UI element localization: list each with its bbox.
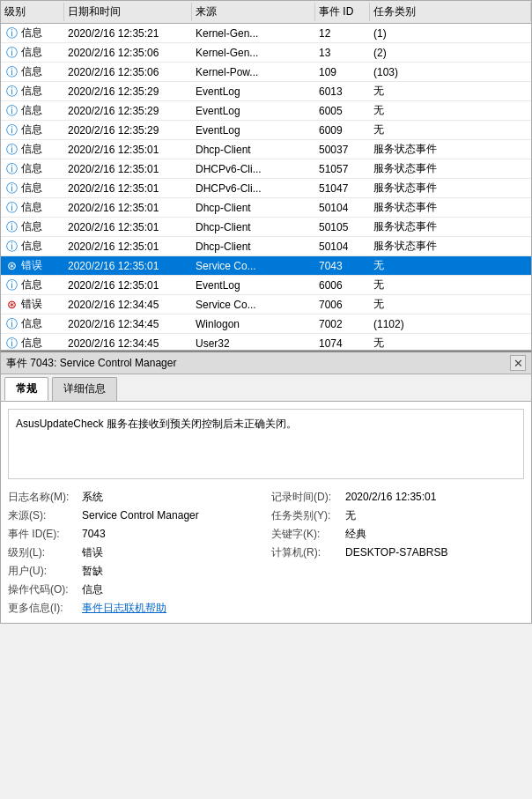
field-user: 用户(U): 暂缺: [8, 564, 261, 579]
task-cell: 服务状态事件: [370, 238, 531, 255]
table-row[interactable]: ⓘ 信息 2020/2/16 12:35:01 Dhcp-Client 5010…: [1, 218, 531, 237]
datetime-cell: 2020/2/16 12:35:01: [64, 143, 192, 157]
message-text: AsusUpdateCheck 服务在接收到预关闭控制后未正确关闭。: [16, 418, 297, 430]
field-level: 级别(L): 错误: [8, 545, 261, 560]
more-info-link[interactable]: 事件日志联机帮助: [82, 601, 166, 616]
source-cell: Kernel-Gen...: [192, 46, 315, 60]
table-row[interactable]: ⊛ 错误 2020/2/16 12:34:45 Service Co... 70…: [1, 295, 531, 314]
task-cell: 服务状态事件: [370, 160, 531, 177]
task-cell: 无: [370, 277, 531, 293]
keywords-value: 经典: [345, 527, 366, 542]
event-table: 级别 日期和时间 来源 事件 ID 任务类别 ⓘ 信息 2020/2/16 12…: [0, 0, 532, 351]
info-icon: ⓘ: [4, 84, 18, 100]
error-icon: ⊛: [4, 259, 18, 272]
eventid-cell: 6009: [315, 123, 370, 137]
header-task: 任务类别: [370, 3, 531, 21]
table-row[interactable]: ⓘ 信息 2020/2/16 12:35:29 EventLog 6013 无: [1, 82, 531, 101]
header-eventid: 事件 ID: [315, 3, 370, 21]
level-text: 信息: [21, 219, 42, 234]
level-text: 错误: [21, 258, 42, 273]
table-row[interactable]: ⓘ 信息 2020/2/16 12:35:01 EventLog 6006 无: [1, 276, 531, 295]
task-cell: (2): [370, 46, 531, 60]
user-value: 暂缺: [82, 564, 103, 579]
level-text: 信息: [21, 84, 42, 99]
table-row[interactable]: ⓘ 信息 2020/2/16 12:35:01 DHCPv6-Cli... 51…: [1, 179, 531, 198]
task-cell: 服务状态事件: [370, 218, 531, 235]
header-datetime: 日期和时间: [64, 3, 192, 21]
detail-titlebar: 事件 7043: Service Control Manager ✕: [1, 352, 531, 374]
level-text: 信息: [21, 45, 42, 60]
table-row[interactable]: ⊛ 错误 2020/2/16 12:35:01 Service Co... 70…: [1, 256, 531, 276]
eventid-cell: 13: [315, 46, 370, 60]
eventid-cell: 109: [315, 65, 370, 79]
eventid-cell: 7043: [315, 259, 370, 273]
field-more-info: 更多信息(I): 事件日志联机帮助: [8, 601, 261, 616]
task-cell: 无: [370, 102, 531, 119]
eventid-cell: 6006: [315, 278, 370, 292]
table-row[interactable]: ⓘ 信息 2020/2/16 12:35:01 Dhcp-Client 5010…: [1, 198, 531, 218]
tab-details[interactable]: 详细信息: [52, 377, 117, 401]
eventid-cell: 6005: [315, 104, 370, 118]
task-cell: 服务状态事件: [370, 180, 531, 196]
log-name-label: 日志名称(M):: [8, 490, 78, 505]
close-button[interactable]: ✕: [510, 355, 526, 371]
level-text: 信息: [21, 64, 42, 79]
table-row[interactable]: ⓘ 信息 2020/2/16 12:35:21 Kernel-Gen... 12…: [1, 24, 531, 43]
more-info-label: 更多信息(I):: [8, 601, 78, 616]
level-label: 级别(L):: [8, 545, 78, 560]
source-cell: DHCPv6-Cli...: [192, 181, 315, 196]
table-row[interactable]: ⓘ 信息 2020/2/16 12:35:01 DHCPv6-Cli... 51…: [1, 159, 531, 179]
task-cell: (1102): [370, 317, 531, 331]
source-cell: Dhcp-Client: [192, 143, 315, 157]
task-cell: 无: [370, 83, 531, 100]
table-row[interactable]: ⓘ 信息 2020/2/16 12:35:01 Dhcp-Client 5003…: [1, 140, 531, 159]
eventid-cell: 12: [315, 26, 370, 41]
table-body[interactable]: ⓘ 信息 2020/2/16 12:35:21 Kernel-Gen... 12…: [1, 24, 531, 350]
table-row[interactable]: ⓘ 信息 2020/2/16 12:34:45 User32 1074 无: [1, 334, 531, 350]
header-level: 级别: [1, 3, 64, 21]
level-text: 信息: [21, 122, 42, 137]
datetime-cell: 2020/2/16 12:34:45: [64, 298, 192, 312]
source-cell: EventLog: [192, 85, 315, 99]
datetime-cell: 2020/2/16 12:34:45: [64, 337, 192, 351]
source-cell: Winlogon: [192, 317, 315, 331]
datetime-cell: 2020/2/16 12:35:01: [64, 240, 192, 254]
detail-tabs: 常规 详细信息: [1, 374, 531, 402]
table-header: 级别 日期和时间 来源 事件 ID 任务类别: [1, 1, 531, 24]
task-cell: (103): [370, 65, 531, 79]
opcode-value: 信息: [82, 582, 103, 597]
source-label: 来源(S):: [8, 508, 78, 523]
source-cell: Kernel-Pow...: [192, 65, 315, 79]
info-icon: ⓘ: [4, 26, 18, 41]
level-text: 信息: [21, 277, 42, 292]
eventid-value: 7043: [82, 528, 106, 540]
source-value: Service Control Manager: [82, 509, 199, 522]
field-source: 来源(S): Service Control Manager: [8, 508, 261, 523]
source-cell: Kernel-Gen...: [192, 26, 315, 41]
table-row[interactable]: ⓘ 信息 2020/2/16 12:35:29 EventLog 6009 无: [1, 121, 531, 140]
table-row[interactable]: ⓘ 信息 2020/2/16 12:35:01 Dhcp-Client 5010…: [1, 237, 531, 256]
user-label: 用户(U):: [8, 564, 78, 579]
datetime-cell: 2020/2/16 12:35:01: [64, 162, 192, 176]
level-text: 错误: [21, 297, 42, 312]
source-cell: EventLog: [192, 123, 315, 137]
eventid-cell: 7002: [315, 317, 370, 331]
info-icon: ⓘ: [4, 103, 18, 119]
level-text: 信息: [21, 200, 42, 215]
info-icon: ⓘ: [4, 219, 18, 235]
table-row[interactable]: ⓘ 信息 2020/2/16 12:35:29 EventLog 6005 无: [1, 101, 531, 121]
detail-content: AsusUpdateCheck 服务在接收到预关闭控制后未正确关闭。 日志名称(…: [1, 402, 531, 623]
datetime-cell: 2020/2/16 12:35:01: [64, 259, 192, 273]
table-row[interactable]: ⓘ 信息 2020/2/16 12:35:06 Kernel-Gen... 13…: [1, 43, 531, 63]
info-icon: ⓘ: [4, 142, 18, 158]
info-icon: ⓘ: [4, 200, 18, 216]
log-name-value: 系统: [82, 490, 103, 505]
table-row[interactable]: ⓘ 信息 2020/2/16 12:35:06 Kernel-Pow... 10…: [1, 63, 531, 82]
eventid-cell: 50037: [315, 143, 370, 157]
error-icon: ⊛: [4, 298, 18, 311]
table-row[interactable]: ⓘ 信息 2020/2/16 12:34:45 Winlogon 7002 (1…: [1, 314, 531, 334]
tab-general[interactable]: 常规: [4, 377, 48, 401]
task-cell: 无: [370, 335, 531, 350]
eventid-cell: 51047: [315, 181, 370, 196]
eventid-cell: 50104: [315, 201, 370, 215]
